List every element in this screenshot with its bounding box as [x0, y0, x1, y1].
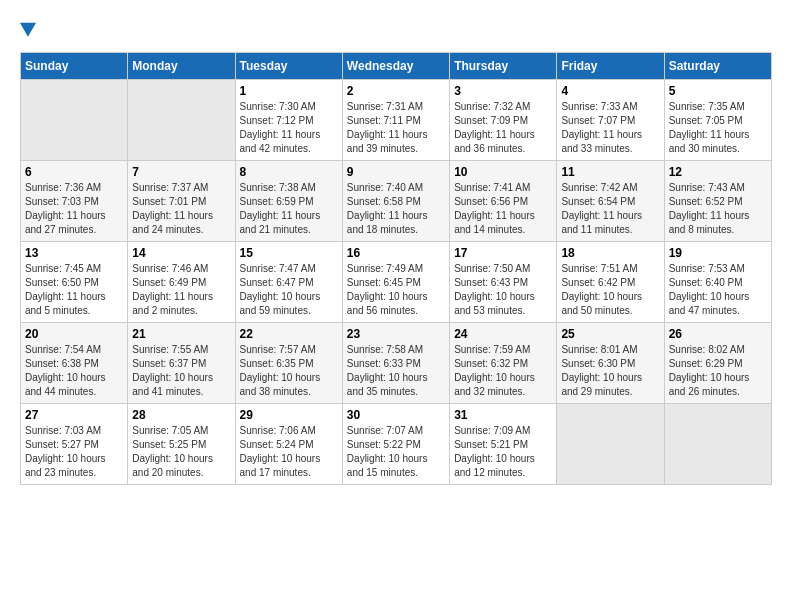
calendar-cell: 5Sunrise: 7:35 AMSunset: 7:05 PMDaylight…: [664, 80, 771, 161]
calendar-cell: 23Sunrise: 7:58 AMSunset: 6:33 PMDayligh…: [342, 323, 449, 404]
day-number: 26: [669, 327, 767, 341]
calendar-cell: 10Sunrise: 7:41 AMSunset: 6:56 PMDayligh…: [450, 161, 557, 242]
column-header-wednesday: Wednesday: [342, 53, 449, 80]
column-header-sunday: Sunday: [21, 53, 128, 80]
calendar-cell: 31Sunrise: 7:09 AMSunset: 5:21 PMDayligh…: [450, 404, 557, 485]
calendar-cell: 16Sunrise: 7:49 AMSunset: 6:45 PMDayligh…: [342, 242, 449, 323]
day-number: 11: [561, 165, 659, 179]
calendar-cell: 25Sunrise: 8:01 AMSunset: 6:30 PMDayligh…: [557, 323, 664, 404]
day-number: 25: [561, 327, 659, 341]
calendar-cell: 22Sunrise: 7:57 AMSunset: 6:35 PMDayligh…: [235, 323, 342, 404]
day-number: 27: [25, 408, 123, 422]
calendar-cell: [664, 404, 771, 485]
day-info: Sunrise: 7:38 AMSunset: 6:59 PMDaylight:…: [240, 181, 338, 237]
day-info: Sunrise: 7:37 AMSunset: 7:01 PMDaylight:…: [132, 181, 230, 237]
day-info: Sunrise: 7:50 AMSunset: 6:43 PMDaylight:…: [454, 262, 552, 318]
day-number: 9: [347, 165, 445, 179]
day-number: 20: [25, 327, 123, 341]
day-info: Sunrise: 8:01 AMSunset: 6:30 PMDaylight:…: [561, 343, 659, 399]
calendar-cell: 7Sunrise: 7:37 AMSunset: 7:01 PMDaylight…: [128, 161, 235, 242]
day-info: Sunrise: 7:49 AMSunset: 6:45 PMDaylight:…: [347, 262, 445, 318]
day-info: Sunrise: 7:40 AMSunset: 6:58 PMDaylight:…: [347, 181, 445, 237]
day-info: Sunrise: 7:46 AMSunset: 6:49 PMDaylight:…: [132, 262, 230, 318]
day-number: 21: [132, 327, 230, 341]
day-info: Sunrise: 7:47 AMSunset: 6:47 PMDaylight:…: [240, 262, 338, 318]
day-number: 19: [669, 246, 767, 260]
calendar-cell: 8Sunrise: 7:38 AMSunset: 6:59 PMDaylight…: [235, 161, 342, 242]
week-row-3: 13Sunrise: 7:45 AMSunset: 6:50 PMDayligh…: [21, 242, 772, 323]
week-row-4: 20Sunrise: 7:54 AMSunset: 6:38 PMDayligh…: [21, 323, 772, 404]
day-info: Sunrise: 7:33 AMSunset: 7:07 PMDaylight:…: [561, 100, 659, 156]
logo-arrow-icon: [20, 16, 40, 37]
day-info: Sunrise: 7:09 AMSunset: 5:21 PMDaylight:…: [454, 424, 552, 480]
column-header-saturday: Saturday: [664, 53, 771, 80]
day-number: 14: [132, 246, 230, 260]
week-row-5: 27Sunrise: 7:03 AMSunset: 5:27 PMDayligh…: [21, 404, 772, 485]
page-header: [20, 20, 772, 36]
day-info: Sunrise: 7:05 AMSunset: 5:25 PMDaylight:…: [132, 424, 230, 480]
day-number: 8: [240, 165, 338, 179]
header-row: SundayMondayTuesdayWednesdayThursdayFrid…: [21, 53, 772, 80]
day-info: Sunrise: 7:30 AMSunset: 7:12 PMDaylight:…: [240, 100, 338, 156]
day-info: Sunrise: 7:54 AMSunset: 6:38 PMDaylight:…: [25, 343, 123, 399]
calendar-cell: 4Sunrise: 7:33 AMSunset: 7:07 PMDaylight…: [557, 80, 664, 161]
calendar-cell: 18Sunrise: 7:51 AMSunset: 6:42 PMDayligh…: [557, 242, 664, 323]
day-info: Sunrise: 7:55 AMSunset: 6:37 PMDaylight:…: [132, 343, 230, 399]
day-info: Sunrise: 7:53 AMSunset: 6:40 PMDaylight:…: [669, 262, 767, 318]
calendar-cell: 26Sunrise: 8:02 AMSunset: 6:29 PMDayligh…: [664, 323, 771, 404]
column-header-monday: Monday: [128, 53, 235, 80]
column-header-tuesday: Tuesday: [235, 53, 342, 80]
day-number: 24: [454, 327, 552, 341]
calendar-cell: 2Sunrise: 7:31 AMSunset: 7:11 PMDaylight…: [342, 80, 449, 161]
week-row-1: 1Sunrise: 7:30 AMSunset: 7:12 PMDaylight…: [21, 80, 772, 161]
calendar-cell: 19Sunrise: 7:53 AMSunset: 6:40 PMDayligh…: [664, 242, 771, 323]
day-number: 10: [454, 165, 552, 179]
day-info: Sunrise: 7:31 AMSunset: 7:11 PMDaylight:…: [347, 100, 445, 156]
day-number: 7: [132, 165, 230, 179]
day-info: Sunrise: 7:43 AMSunset: 6:52 PMDaylight:…: [669, 181, 767, 237]
day-number: 15: [240, 246, 338, 260]
calendar-cell: 30Sunrise: 7:07 AMSunset: 5:22 PMDayligh…: [342, 404, 449, 485]
day-number: 12: [669, 165, 767, 179]
day-number: 18: [561, 246, 659, 260]
logo: [20, 20, 38, 36]
day-number: 5: [669, 84, 767, 98]
day-info: Sunrise: 7:32 AMSunset: 7:09 PMDaylight:…: [454, 100, 552, 156]
day-info: Sunrise: 7:58 AMSunset: 6:33 PMDaylight:…: [347, 343, 445, 399]
week-row-2: 6Sunrise: 7:36 AMSunset: 7:03 PMDaylight…: [21, 161, 772, 242]
calendar-cell: 1Sunrise: 7:30 AMSunset: 7:12 PMDaylight…: [235, 80, 342, 161]
day-number: 16: [347, 246, 445, 260]
calendar-cell: 11Sunrise: 7:42 AMSunset: 6:54 PMDayligh…: [557, 161, 664, 242]
calendar-cell: 15Sunrise: 7:47 AMSunset: 6:47 PMDayligh…: [235, 242, 342, 323]
calendar-cell: 28Sunrise: 7:05 AMSunset: 5:25 PMDayligh…: [128, 404, 235, 485]
logo-blue-text: [20, 20, 38, 36]
day-info: Sunrise: 7:57 AMSunset: 6:35 PMDaylight:…: [240, 343, 338, 399]
day-info: Sunrise: 7:07 AMSunset: 5:22 PMDaylight:…: [347, 424, 445, 480]
day-number: 28: [132, 408, 230, 422]
day-number: 4: [561, 84, 659, 98]
day-info: Sunrise: 7:41 AMSunset: 6:56 PMDaylight:…: [454, 181, 552, 237]
day-info: Sunrise: 7:59 AMSunset: 6:32 PMDaylight:…: [454, 343, 552, 399]
day-number: 29: [240, 408, 338, 422]
day-info: Sunrise: 7:51 AMSunset: 6:42 PMDaylight:…: [561, 262, 659, 318]
day-number: 30: [347, 408, 445, 422]
day-number: 2: [347, 84, 445, 98]
day-number: 13: [25, 246, 123, 260]
day-number: 3: [454, 84, 552, 98]
calendar-table: SundayMondayTuesdayWednesdayThursdayFrid…: [20, 52, 772, 485]
day-number: 31: [454, 408, 552, 422]
column-header-friday: Friday: [557, 53, 664, 80]
calendar-cell: [21, 80, 128, 161]
day-info: Sunrise: 8:02 AMSunset: 6:29 PMDaylight:…: [669, 343, 767, 399]
column-header-thursday: Thursday: [450, 53, 557, 80]
calendar-cell: 17Sunrise: 7:50 AMSunset: 6:43 PMDayligh…: [450, 242, 557, 323]
calendar-cell: 21Sunrise: 7:55 AMSunset: 6:37 PMDayligh…: [128, 323, 235, 404]
calendar-cell: 13Sunrise: 7:45 AMSunset: 6:50 PMDayligh…: [21, 242, 128, 323]
day-number: 23: [347, 327, 445, 341]
calendar-cell: [128, 80, 235, 161]
day-number: 1: [240, 84, 338, 98]
day-number: 6: [25, 165, 123, 179]
day-info: Sunrise: 7:45 AMSunset: 6:50 PMDaylight:…: [25, 262, 123, 318]
day-info: Sunrise: 7:03 AMSunset: 5:27 PMDaylight:…: [25, 424, 123, 480]
day-info: Sunrise: 7:06 AMSunset: 5:24 PMDaylight:…: [240, 424, 338, 480]
